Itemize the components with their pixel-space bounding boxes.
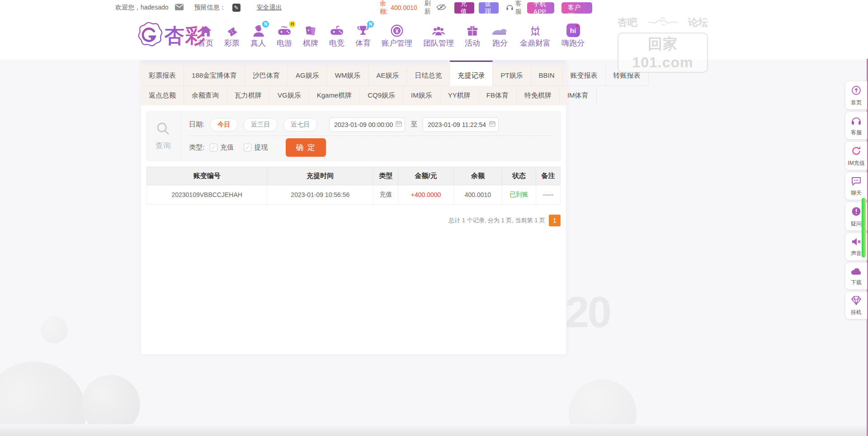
trophy-icon: N (357, 23, 369, 37)
tab-yy-cards[interactable]: YY棋牌 (440, 86, 479, 105)
balance-bar: 余额: 400.0010 刷新 充值 提现 客服 手机APP 电脑客户端 (380, 2, 592, 14)
tab-account-change-report[interactable]: 账变报表 (563, 66, 606, 86)
sidebar-item-chat[interactable]: 聊天 (845, 173, 867, 200)
sidebar-item-service[interactable]: 客服 (845, 112, 867, 139)
nav-label: 跑分 (492, 38, 508, 48)
new-badge: N (262, 21, 269, 28)
scrollbar-thumb[interactable] (862, 198, 866, 258)
header: 欢迎您，hadesado 预留信息： ✎ 安全退出 余额: 400.0010 刷… (0, 0, 868, 60)
nav-item-account[interactable]: ¥ 账户管理 (382, 23, 412, 48)
tab-ae[interactable]: AE娱乐 (368, 66, 407, 86)
rhino-icon (491, 23, 509, 37)
sidebar-item-home[interactable]: 首页 (845, 81, 867, 109)
confirm-button[interactable]: 确 定 (286, 138, 326, 157)
service-link[interactable]: 客服 (515, 0, 523, 16)
pc-client-button[interactable]: 电脑客户端 (561, 2, 592, 14)
nav-label: 金鼎财富 (520, 38, 551, 48)
date-label: 日期: (189, 120, 204, 129)
home-icon (199, 23, 212, 37)
eye-slash-icon[interactable] (436, 4, 446, 12)
tab-im-sport[interactable]: IM体育 (560, 86, 597, 105)
nav-label: 嗨跑分 (561, 38, 585, 48)
watermark-left: 杏吧 (618, 16, 637, 29)
nav-item-sports[interactable]: N 体育 (355, 23, 371, 48)
nav-label: 彩票 (224, 38, 240, 48)
nav-item-paofen[interactable]: 跑分 (491, 23, 509, 48)
nav-item-cards[interactable]: 棋牌 (303, 23, 318, 48)
tab-188-sport[interactable]: 188金宝博体育 (184, 66, 245, 86)
sidebar-item-im-recharge[interactable]: IM充值 (845, 142, 867, 170)
date-from-input[interactable] (329, 117, 405, 132)
headphones-icon (851, 116, 862, 127)
ding-vessel-icon (529, 23, 542, 37)
recharge-button[interactable]: 充值 (454, 2, 474, 14)
tab-kgame[interactable]: Kgame棋牌 (309, 86, 360, 105)
tab-bbin[interactable]: BBIN (531, 66, 563, 86)
nav-label: 账户管理 (382, 38, 412, 48)
watermark: 杏吧 论坛 回家101.com (618, 15, 708, 73)
tab-cq9[interactable]: CQ9娱乐 (360, 86, 403, 105)
sidebar-item-download[interactable]: 下载 (845, 263, 867, 289)
main-panel: 彩票报表 188金宝博体育 沙巴体育 AG娱乐 WM娱乐 AE娱乐 日结总览 充… (141, 61, 566, 354)
nav-label: 棋牌 (303, 38, 318, 48)
cell-change-id: 20230109VBBCCJEHAH (147, 185, 267, 205)
col-time: 充提时间 (267, 167, 373, 185)
envelope-icon[interactable] (175, 4, 184, 12)
nav-item-live[interactable]: N 真人 (250, 23, 266, 48)
nav-item-egames[interactable]: H 电游 (277, 23, 292, 48)
nav-item-promotions[interactable]: 活动 (465, 23, 480, 48)
preset-7days-button[interactable]: 近七日 (283, 118, 317, 131)
nav-item-jinding[interactable]: 金鼎财富 (520, 23, 551, 48)
preset-3days-button[interactable]: 近三日 (243, 118, 278, 131)
nav-item-team[interactable]: 团队管理 (423, 23, 454, 48)
welcome-text: 欢迎您，hadesado (115, 4, 169, 12)
cell-remark: ----- (536, 185, 560, 205)
tab-daily-summary[interactable]: 日结总览 (407, 66, 450, 86)
nav-item-home[interactable]: 首页 (198, 23, 213, 48)
gift-icon (466, 23, 479, 37)
tab-balance-query[interactable]: 余额查询 (184, 86, 227, 105)
cell-status: 已到账 (502, 185, 536, 205)
nav-item-lottery[interactable]: 彩票 (224, 23, 240, 48)
type-label: 类型: (189, 143, 204, 152)
tab-vg[interactable]: VG娱乐 (270, 86, 309, 105)
diamond-icon (851, 295, 862, 307)
withdraw-checkbox[interactable]: ✓ (244, 144, 251, 151)
nav-label: 体育 (355, 38, 371, 48)
sidebar-item-afk[interactable]: 挂机 (845, 292, 867, 319)
logout-link[interactable]: 安全退出 (257, 4, 282, 12)
calendar-icon[interactable] (489, 120, 496, 129)
recharge-checkbox-label[interactable]: 充值 (220, 143, 234, 152)
table-row: 20230109VBBCCJEHAH 2023-01-09 10:56:56 充… (147, 185, 561, 205)
recharge-checkbox[interactable]: ✓ (210, 144, 217, 151)
nav-label: 团队管理 (423, 38, 454, 48)
circle-up-icon (851, 85, 862, 98)
brand-logo[interactable]: 杏彩 (135, 21, 206, 51)
withdraw-button[interactable]: 提现 (479, 2, 499, 14)
tab-lottery-report[interactable]: 彩票报表 (141, 66, 184, 86)
preset-today-button[interactable]: 今日 (210, 118, 238, 131)
date-to-input[interactable] (423, 117, 499, 132)
page-1-button[interactable]: 1 (549, 215, 561, 226)
tab-recharge-records[interactable]: 充提记录 (450, 61, 493, 86)
gamepad-icon: H (278, 23, 291, 37)
tab-wali-cards[interactable]: 瓦力棋牌 (227, 86, 270, 105)
tab-pt[interactable]: PT娱乐 (493, 66, 531, 86)
headset-icon (506, 4, 514, 12)
edit-icon[interactable]: ✎ (232, 4, 241, 12)
nav-label: 电竞 (329, 38, 344, 48)
tab-im[interactable]: IM娱乐 (403, 86, 440, 105)
withdraw-checkbox-label[interactable]: 提现 (254, 143, 268, 152)
tab-ag[interactable]: AG娱乐 (288, 66, 327, 86)
tab-fb-sport[interactable]: FB体育 (479, 86, 517, 105)
mobile-app-button[interactable]: 手机APP (527, 2, 554, 14)
refresh-button[interactable]: 刷新 (425, 0, 432, 16)
col-remark: 备注 (536, 167, 560, 185)
tab-temian-cards[interactable]: 特免棋牌 (517, 86, 560, 105)
calendar-icon[interactable] (395, 120, 402, 129)
tab-rebate-total[interactable]: 返点总额 (141, 86, 184, 105)
nav-item-hi-paofen[interactable]: hi 嗨跑分 (561, 23, 585, 48)
tab-shaba-sport[interactable]: 沙巴体育 (245, 66, 288, 86)
tab-wm[interactable]: WM娱乐 (327, 66, 369, 86)
nav-item-esports[interactable]: 电竞 (329, 23, 344, 48)
